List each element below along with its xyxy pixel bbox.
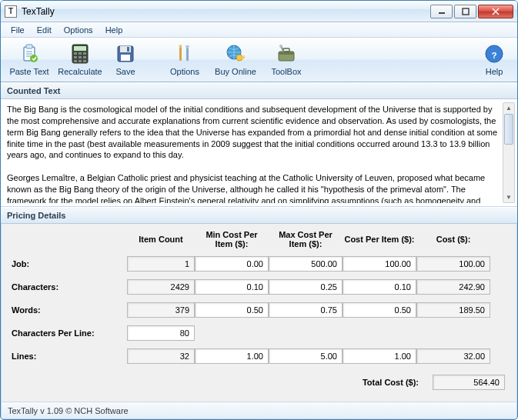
svg-rect-11	[83, 52, 86, 55]
svg-point-23	[179, 45, 182, 48]
menu-bar: File Edit Options Help	[1, 22, 517, 38]
svg-rect-8	[74, 46, 86, 51]
maximize-button[interactable]	[454, 5, 476, 18]
svg-point-32	[279, 45, 282, 48]
row-cpl: Characters Per Line:	[12, 328, 127, 338]
minimize-button[interactable]	[430, 5, 453, 18]
toolbar-label: Options	[170, 67, 199, 76]
svg-rect-21	[121, 55, 130, 61]
col-min-cost: Min Cost Per Item ($):	[195, 230, 269, 248]
svg-rect-27	[241, 57, 245, 58]
tools-icon	[174, 43, 196, 65]
job-count: 1	[127, 256, 195, 272]
chars-per-input[interactable]: 0.10	[343, 279, 416, 295]
row-words: Words:	[12, 305, 127, 315]
col-cost-per: Cost Per Item ($):	[343, 235, 416, 244]
svg-rect-15	[74, 60, 77, 62]
svg-point-6	[30, 55, 38, 62]
job-cost: 100.00	[416, 256, 490, 272]
vertical-scrollbar[interactable]: ▲ ▼	[503, 102, 515, 203]
help-icon: ?	[483, 43, 505, 65]
svg-rect-1	[463, 8, 469, 15]
total-row: Total Cost ($): 564.40	[12, 375, 506, 390]
chars-cost: 242.90	[416, 279, 490, 295]
col-item-count: Item Count	[127, 235, 195, 244]
menu-help[interactable]: Help	[100, 24, 129, 36]
toolbar-label: Buy Online	[215, 67, 256, 76]
col-max-cost: Max Cost Per Item ($):	[269, 230, 343, 248]
total-label: Total Cost ($):	[363, 378, 419, 387]
lines-min-input[interactable]: 1.00	[195, 348, 269, 364]
svg-text:?: ?	[492, 51, 497, 60]
status-bar: TexTally v 1.09 © NCH Software	[2, 402, 516, 418]
menu-file[interactable]: File	[5, 24, 30, 36]
toolbar-label: Paste Text	[9, 67, 48, 76]
toolbar-label: Help	[486, 67, 503, 76]
row-characters: Characters:	[12, 282, 127, 292]
scroll-up-icon[interactable]: ▲	[504, 103, 513, 113]
toolbar-label: Recalculate	[58, 67, 102, 76]
pricing-panel: Item Count Min Cost Per Item ($): Max Co…	[1, 224, 517, 393]
words-cost: 189.50	[416, 302, 490, 318]
scroll-down-icon[interactable]: ▼	[504, 192, 513, 202]
counted-text-area[interactable]: The Big Bang is the cosmological model o…	[4, 102, 502, 203]
job-max-input[interactable]: 500.00	[269, 256, 343, 272]
chars-count: 2429	[127, 279, 195, 295]
calculator-icon	[69, 43, 91, 65]
close-button[interactable]	[478, 5, 513, 18]
toolbox-button[interactable]: ToolBox	[261, 40, 312, 80]
svg-rect-28	[243, 55, 245, 57]
app-icon: T	[5, 5, 17, 18]
help-button[interactable]: ? Help	[474, 40, 514, 80]
chars-min-input[interactable]: 0.10	[195, 279, 269, 295]
floppy-icon	[115, 43, 136, 65]
toolbox-icon	[276, 43, 297, 65]
recalculate-button[interactable]: Recalculate	[55, 40, 105, 80]
cpl-input[interactable]: 80	[127, 325, 195, 341]
counted-text-header: Counted Text	[1, 82, 517, 99]
menu-options[interactable]: Options	[58, 24, 99, 36]
svg-rect-14	[83, 56, 86, 58]
total-cost: 564.40	[433, 375, 505, 390]
globe-key-icon	[225, 43, 246, 65]
clipboard-icon	[18, 43, 40, 65]
menu-edit[interactable]: Edit	[32, 24, 57, 36]
svg-rect-10	[79, 52, 82, 55]
svg-rect-5	[26, 45, 32, 48]
svg-rect-13	[79, 56, 82, 58]
chars-max-input[interactable]: 0.25	[269, 279, 343, 295]
row-lines: Lines:	[12, 352, 127, 361]
toolbar-label: ToolBox	[271, 67, 301, 76]
svg-rect-12	[74, 56, 77, 58]
svg-rect-17	[83, 60, 86, 62]
lines-per-input[interactable]: 1.00	[343, 348, 416, 364]
lines-cost: 32.00	[416, 348, 490, 364]
words-count: 379	[127, 302, 195, 318]
title-bar[interactable]: T TexTally	[1, 1, 517, 22]
svg-rect-20	[127, 47, 129, 52]
window-title: TexTally	[22, 6, 55, 17]
status-text: TexTally v 1.09 © NCH Software	[8, 406, 129, 415]
svg-rect-16	[79, 60, 82, 62]
scroll-thumb[interactable]	[504, 114, 513, 145]
save-button[interactable]: Save	[105, 40, 145, 80]
job-min-input[interactable]: 0.00	[195, 256, 269, 272]
paste-text-button[interactable]: Paste Text	[4, 40, 55, 80]
lines-max-input[interactable]: 5.00	[269, 348, 343, 364]
pricing-grid: Item Count Min Cost Per Item ($): Max Co…	[12, 230, 506, 364]
words-per-input[interactable]: 0.50	[343, 302, 416, 318]
text-area-container: The Big Bang is the cosmological model o…	[1, 99, 517, 207]
lines-count: 32	[127, 348, 195, 364]
svg-rect-9	[74, 52, 77, 55]
words-min-input[interactable]: 0.50	[195, 302, 269, 318]
row-job: Job:	[12, 259, 127, 268]
col-cost: Cost ($):	[416, 235, 490, 244]
toolbar-label: Save	[115, 67, 135, 76]
words-max-input[interactable]: 0.75	[269, 302, 343, 318]
toolbar: Paste Text Recalculate Save Options Buy …	[1, 38, 517, 82]
pricing-details-header: Pricing Details	[1, 207, 517, 224]
app-window: T TexTally File Edit Options Help Paste …	[0, 0, 518, 420]
job-per-input[interactable]: 100.00	[343, 256, 416, 272]
options-button[interactable]: Options	[159, 40, 210, 80]
buy-online-button[interactable]: Buy Online	[210, 40, 261, 80]
